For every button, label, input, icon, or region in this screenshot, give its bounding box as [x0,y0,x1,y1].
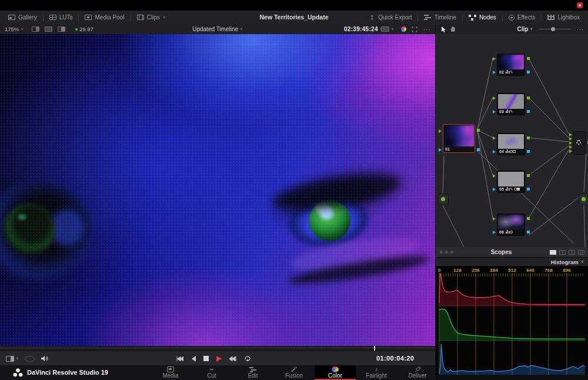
clip-format-dropdown[interactable] [381,24,394,34]
four-up-layout-button[interactable] [569,250,575,255]
rgb-output-pin[interactable] [527,96,530,99]
cursor-arrow-icon [440,26,446,33]
source-node[interactable] [438,194,449,205]
key-input-pin[interactable] [493,110,496,114]
key-input-pin[interactable] [493,150,496,154]
go-to-end-button[interactable] [229,356,236,362]
rgb-output-pin[interactable] [527,174,530,177]
rgb-output-pin[interactable] [477,129,480,132]
nodes-icon [469,15,476,21]
key-input-pin[interactable] [493,231,496,234]
panel-dot-icon[interactable] [450,251,453,254]
key-output-pin[interactable] [527,150,530,153]
picker-badge-icon [510,109,514,114]
corrector-node-04[interactable]: 04 [497,133,525,155]
step-back-button[interactable] [191,356,196,362]
grade-button[interactable] [401,24,406,34]
rgb-input-pin[interactable] [493,96,496,100]
color-viewer[interactable] [0,34,435,346]
tab-color[interactable]: Color [315,365,356,380]
gallery-button[interactable]: Gallery [2,14,43,21]
chevron-down-icon [391,27,394,31]
layer-mixer-node[interactable] [573,131,586,155]
expand-viewer-button[interactable] [412,24,417,34]
key-output-pin[interactable] [527,110,530,113]
key-output-pin[interactable] [527,71,530,74]
audio-mute-button[interactable] [41,355,48,362]
pan-tool-button[interactable] [450,24,456,34]
node-zoom-slider[interactable] [539,29,571,29]
node-thumbnail [498,94,524,109]
viewer-timecode-dropdown[interactable]: 02:39:45:24 [344,24,383,34]
mixer-input-pin[interactable] [569,137,572,141]
key-input-pin[interactable] [493,71,496,74]
wipe-viewer-toggle[interactable] [58,26,65,32]
loop-button[interactable] [244,355,251,362]
tab-edit[interactable]: Edit [232,365,273,380]
rgb-input-pin[interactable] [493,174,496,178]
key-output-pin[interactable] [477,148,480,151]
node-graph[interactable]: 01 02 03 [435,34,588,247]
media-pool-button[interactable]: Media Pool [79,14,130,21]
corrector-node-03[interactable]: 03 [497,93,525,115]
lightbox-button[interactable]: Lightbox [542,14,586,21]
mixer-input-pin[interactable] [569,145,572,149]
rgb-input-pin[interactable] [493,57,496,61]
rgb-output-pin[interactable] [527,57,530,60]
rgb-input-pin[interactable] [493,217,496,221]
mixer-input-pin[interactable] [569,141,572,145]
key-input-pin[interactable] [493,188,496,191]
rgb-input-pin[interactable] [439,129,442,133]
key-output-pin[interactable] [527,188,530,191]
rgb-output-pin[interactable] [527,136,530,139]
scope-mode-dropdown[interactable]: Histogram [436,258,588,266]
one-up-layout-button[interactable] [550,250,556,255]
viewer-options-menu[interactable] [423,24,430,34]
go-to-start-button[interactable] [176,356,183,362]
tab-fusion[interactable]: Fusion [273,365,315,380]
playhead-marker[interactable] [374,346,375,351]
rgb-output-pin[interactable] [527,217,530,220]
mixer-input-pin[interactable] [569,149,572,153]
tab-cut[interactable]: Cut [191,365,232,380]
corrector-node-06[interactable]: 06 [497,214,525,236]
grid-layout-button[interactable] [578,250,584,255]
node-view-mode-dropdown[interactable]: Clip [513,24,537,34]
play-button[interactable] [216,356,222,362]
key-input-pin[interactable] [439,148,442,152]
quick-export-button[interactable]: Quick Export [363,14,417,21]
timeline-button[interactable]: Timeline [418,14,462,21]
sink-node[interactable] [579,194,588,205]
timeline-selector-dropdown[interactable]: Updated Timeline [192,24,243,34]
scopes-panel-footer [435,375,588,380]
node-options-menu[interactable] [577,24,584,34]
stop-button[interactable] [203,356,209,361]
viewer-scrub-bar[interactable] [0,346,435,351]
key-output-pin[interactable] [527,231,530,234]
bypass-grades-icon[interactable] [25,356,35,362]
luts-button[interactable]: LUTs [44,14,79,21]
zoom-level-dropdown[interactable]: 175% [5,24,24,34]
tab-media[interactable]: Media [150,365,191,380]
slider-knob[interactable] [551,27,555,31]
tab-fairlight[interactable]: Fairlight [356,365,397,380]
panel-dot-icon[interactable] [440,251,443,254]
two-up-layout-button[interactable] [559,250,566,255]
rgb-input-pin[interactable] [493,136,496,140]
pointer-tool-button[interactable] [440,24,446,34]
corrector-node-02[interactable]: 02 [497,54,525,76]
split-viewer-toggle[interactable] [45,26,52,32]
titlebar-red-icon[interactable] [577,2,583,8]
effects-button[interactable]: Effects [503,14,541,21]
clip-format-icon [381,26,389,32]
single-viewer-toggle[interactable] [32,26,39,32]
tab-deliver[interactable]: Deliver [397,365,438,380]
viewer-layout-dropdown[interactable] [6,356,19,362]
bars-badge-icon [506,109,510,113]
nodes-button[interactable]: Nodes [463,14,502,21]
corrector-node-05[interactable]: 05 [497,171,525,193]
panel-dot-icon[interactable] [445,251,448,254]
corrector-node-01[interactable]: 01 [443,124,475,153]
mixer-input-pin[interactable] [569,133,572,136]
clips-button[interactable]: Clips [131,14,172,21]
